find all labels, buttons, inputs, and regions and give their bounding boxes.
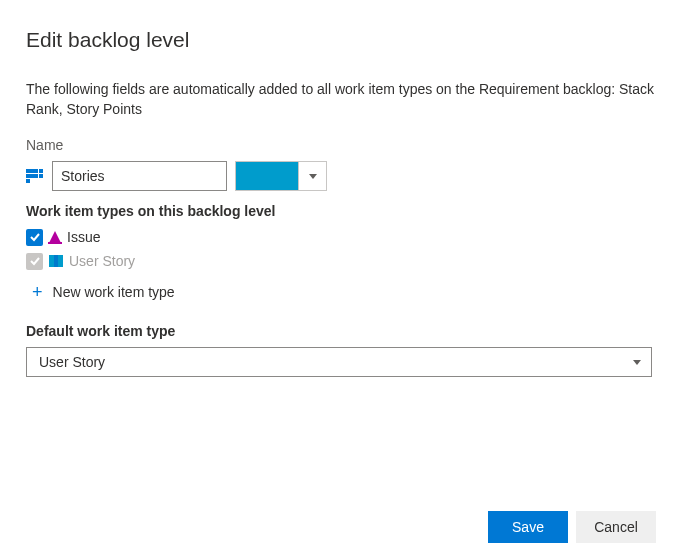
wit-section-label: Work item types on this backlog level <box>26 203 656 219</box>
wit-checkbox-user-story <box>26 253 43 270</box>
chevron-down-icon <box>309 174 317 179</box>
plus-icon: + <box>32 283 43 301</box>
default-wit-value: User Story <box>39 354 105 370</box>
issue-icon <box>49 231 61 243</box>
wit-row-issue: Issue <box>26 225 656 249</box>
cancel-button[interactable]: Cancel <box>576 511 656 543</box>
save-button[interactable]: Save <box>488 511 568 543</box>
user-story-icon <box>49 255 63 267</box>
chevron-down-icon <box>633 360 641 365</box>
wit-checkbox-issue[interactable] <box>26 229 43 246</box>
backlog-level-icon <box>26 169 44 183</box>
color-swatch <box>236 162 298 190</box>
description-text: The following fields are automatically a… <box>26 80 656 119</box>
name-label: Name <box>26 137 656 153</box>
name-row <box>26 161 656 191</box>
new-work-item-type-button[interactable]: + New work item type <box>26 283 656 301</box>
wit-label: User Story <box>69 253 135 269</box>
name-input[interactable] <box>52 161 227 191</box>
dialog-footer: Save Cancel <box>488 511 656 543</box>
dialog-title: Edit backlog level <box>26 28 656 52</box>
wit-row-user-story: User Story <box>26 249 656 273</box>
default-wit-select[interactable]: User Story <box>26 347 652 377</box>
color-dropdown-toggle[interactable] <box>298 162 326 190</box>
default-wit-label: Default work item type <box>26 323 656 339</box>
wit-label: Issue <box>67 229 100 245</box>
color-picker[interactable] <box>235 161 327 191</box>
new-wit-label: New work item type <box>53 284 175 300</box>
